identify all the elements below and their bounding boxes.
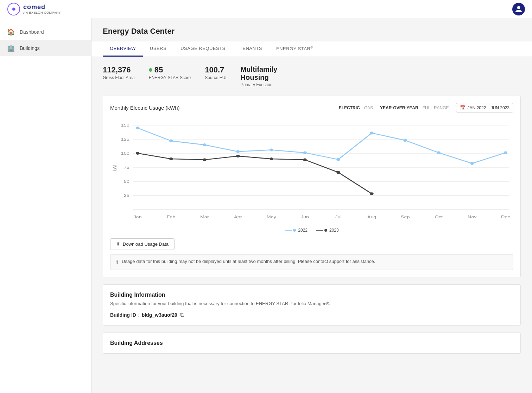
date-range-button[interactable]: 📅 JAN 2022 – JUN 2023: [456, 103, 513, 112]
building-id-label: Building ID :: [110, 312, 139, 318]
tab-overview[interactable]: OVERVIEW: [103, 41, 143, 57]
legend-line-2023: [316, 230, 323, 231]
chart-container: 150 125 100 75 50 25 kWh Jan Feb Mar Apr…: [110, 118, 513, 224]
info-icon: ℹ: [116, 259, 118, 265]
svg-point-29: [169, 140, 173, 142]
svg-text:Dec: Dec: [501, 215, 510, 219]
building-info-description: Specific information for your building t…: [110, 301, 513, 306]
stat-energy-star-score: 85 ENERGY STAR Score: [149, 65, 191, 80]
tab-tenants[interactable]: TENANTS: [233, 41, 269, 57]
sidebar: 🏠 Dashboard 🏢 Buildings: [0, 18, 91, 393]
tab-users[interactable]: USERS: [143, 41, 173, 57]
page-title: Energy Data Center: [103, 27, 521, 36]
svg-text:kWh: kWh: [112, 163, 118, 171]
building-info-card: Building Information Specific informatio…: [103, 284, 521, 326]
legend-2023-label: 2023: [329, 228, 339, 233]
tab-energy-star[interactable]: ENERGY STAR®: [269, 41, 320, 57]
svg-text:Nov: Nov: [468, 215, 477, 219]
download-usage-data-button[interactable]: ⬇ Download Usage Data: [110, 238, 175, 250]
svg-text:Jul: Jul: [335, 215, 341, 219]
copy-icon[interactable]: ⧉: [180, 312, 184, 318]
sidebar-item-buildings[interactable]: 🏢 Buildings: [0, 40, 91, 56]
toggle-gas[interactable]: GAS: [364, 105, 373, 110]
sidebar-item-dashboard-label: Dashboard: [20, 29, 44, 35]
svg-point-41: [169, 157, 173, 160]
home-icon: 🏠: [7, 28, 15, 36]
svg-point-31: [236, 150, 240, 153]
svg-text:Mar: Mar: [200, 215, 209, 219]
toggle-electric[interactable]: ELECTRIC: [339, 105, 360, 110]
svg-text:150: 150: [121, 123, 129, 128]
building-id-row: Building ID : bldg_w3auof20 ⧉: [110, 312, 513, 318]
tabs-bar: OVERVIEW USERS USAGE REQUESTS TENANTS EN…: [91, 41, 532, 57]
svg-text:Feb: Feb: [167, 215, 176, 219]
legend-2022: 2022: [285, 228, 308, 233]
main-content: Energy Data Center OVERVIEW USERS USAGE …: [91, 18, 532, 393]
legend-dot-2022: [293, 229, 296, 232]
svg-point-34: [336, 158, 340, 161]
svg-point-28: [136, 127, 139, 129]
calendar-icon: 📅: [460, 105, 466, 110]
svg-point-37: [437, 152, 441, 154]
svg-text:Sep: Sep: [401, 215, 410, 219]
svg-point-40: [136, 152, 139, 155]
svg-text:Jan: Jan: [134, 215, 142, 219]
svg-point-36: [403, 139, 407, 142]
svg-text:Apr: Apr: [234, 215, 242, 219]
stats-row: 112,376 Gross Floor Area 85 ENERGY STAR …: [103, 65, 521, 87]
svg-point-35: [370, 132, 373, 135]
chart-legend: 2022 2023: [110, 228, 513, 233]
top-nav: comed AN EXELON COMPANY: [0, 0, 532, 18]
user-avatar[interactable]: [512, 3, 525, 15]
legend-dot-2023: [324, 229, 327, 232]
svg-point-30: [203, 143, 206, 146]
sidebar-item-buildings-label: Buildings: [20, 45, 40, 51]
svg-text:25: 25: [124, 193, 129, 198]
buildings-icon: 🏢: [7, 44, 15, 52]
svg-text:Jun: Jun: [301, 215, 309, 219]
svg-text:75: 75: [124, 165, 129, 170]
svg-text:May: May: [267, 215, 277, 219]
svg-point-43: [236, 155, 240, 157]
stat-gross-floor-area: 112,376 Gross Floor Area: [103, 65, 135, 80]
range-year-over-year[interactable]: YEAR-OVER-YEAR: [380, 105, 418, 110]
legend-line-2022: [285, 230, 292, 231]
primary-function-value: Multifamily Housing: [241, 65, 277, 82]
main-layout: 🏠 Dashboard 🏢 Buildings Energy Data Cent…: [0, 18, 532, 393]
usage-info-box: ℹ Usage data for this building may not b…: [110, 254, 513, 270]
chart-controls: ELECTRIC GAS YEAR-OVER-YEAR FULL RANGE 📅…: [339, 103, 513, 112]
stat-source-eui: 100.7 Source EUI: [205, 65, 226, 80]
svg-text:50: 50: [124, 179, 129, 184]
svg-point-42: [203, 159, 206, 161]
download-btn-label: Download Usage Data: [123, 241, 169, 247]
svg-point-33: [303, 152, 306, 154]
range-full[interactable]: FULL RANGE: [423, 105, 449, 110]
logo-area: comed AN EXELON COMPANY: [7, 2, 61, 16]
legend-2023: 2023: [316, 228, 339, 233]
date-range-label: JAN 2022 – JUN 2023: [468, 105, 509, 110]
building-addresses-card: Building Addresses: [103, 333, 521, 354]
info-text: Usage data for this building may not be …: [122, 259, 375, 264]
range-toggle: YEAR-OVER-YEAR FULL RANGE: [380, 105, 449, 110]
source-eui-value: 100.7: [205, 65, 226, 75]
svg-text:Oct: Oct: [435, 215, 443, 219]
svg-point-46: [336, 171, 340, 174]
logo-main-text: comed: [23, 4, 61, 11]
comed-logo-icon: [7, 2, 20, 16]
svg-text:Aug: Aug: [367, 215, 376, 219]
building-id-value: bldg_w3auof20: [142, 312, 177, 318]
svg-text:100: 100: [121, 151, 129, 156]
tab-usage-requests[interactable]: USAGE REQUESTS: [173, 41, 233, 57]
gross-floor-area-label: Gross Floor Area: [103, 75, 135, 80]
stat-primary-function: Multifamily Housing Primary Function: [241, 65, 277, 87]
energy-star-score-value: 85: [154, 65, 163, 75]
building-addresses-title: Building Addresses: [110, 340, 513, 346]
svg-point-38: [470, 162, 474, 165]
legend-2022-label: 2022: [298, 228, 308, 233]
chart-title: Monthly Electric Usage (kWh): [110, 105, 180, 111]
sidebar-item-dashboard[interactable]: 🏠 Dashboard: [0, 24, 91, 40]
logo-sub-text: AN EXELON COMPANY: [23, 11, 61, 14]
chart-header: Monthly Electric Usage (kWh) ELECTRIC GA…: [110, 103, 513, 112]
energy-star-score-label: ENERGY STAR Score: [149, 75, 191, 80]
energy-star-dot: [149, 68, 152, 72]
